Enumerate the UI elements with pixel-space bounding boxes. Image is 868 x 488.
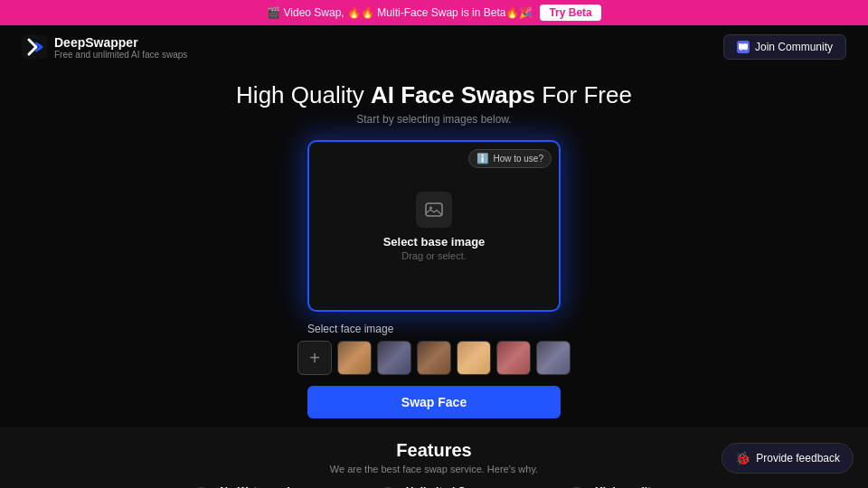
logo-title: DeepSwapper [54, 35, 187, 50]
how-to-use-label: How to use? [493, 154, 543, 164]
svg-rect-1 [426, 203, 442, 216]
add-face-button[interactable]: + [297, 341, 332, 375]
try-beta-button[interactable]: Try Beta [540, 5, 600, 21]
image-upload-icon [424, 200, 444, 220]
swap-btn-wrap: Swap Face [0, 380, 868, 427]
upload-wrapper: ℹ️ How to use? Select base image Drag or… [0, 135, 868, 319]
feedback-icon: 🐞 [735, 451, 750, 465]
hero-subtitle: Start by selecting images below. [0, 113, 868, 126]
svg-point-2 [429, 206, 432, 209]
navbar: DeepSwapper Free and unlimited AI face s… [0, 25, 868, 69]
hero-title-end: For Free [535, 81, 632, 108]
info-icon: ℹ️ [476, 153, 489, 164]
provide-feedback-button[interactable]: 🐞 Provide feedback [722, 443, 854, 474]
hero-title: High Quality AI Face Swaps For Free [0, 81, 868, 109]
face-section: Select face image + [0, 319, 868, 380]
upload-label: Select base image [383, 235, 486, 249]
discord-icon [737, 41, 750, 53]
logo-text: DeepSwapper Free and unlimited AI face s… [54, 35, 187, 60]
face-thumbnail-5[interactable] [496, 341, 531, 375]
face-section-label: Select face image [307, 323, 393, 335]
face-row: + [297, 341, 571, 375]
upload-box[interactable]: ℹ️ How to use? Select base image Drag or… [307, 140, 561, 312]
logo-subtitle: Free and unlimited AI face swaps [54, 50, 187, 60]
face-thumbnail-3[interactable] [417, 341, 451, 375]
face-thumbnail-4[interactable] [457, 341, 491, 375]
logo-icon [22, 34, 47, 60]
face-thumbnail-6[interactable] [536, 341, 571, 375]
top-banner: 🎬 Video Swap, 🔥🔥 Multi-Face Swap is in B… [0, 0, 868, 25]
logo-area: DeepSwapper Free and unlimited AI face s… [22, 34, 187, 60]
how-to-use-button[interactable]: ℹ️ How to use? [468, 149, 552, 168]
upload-hint: Drag or select. [401, 250, 467, 261]
face-thumbnail-1[interactable] [337, 341, 372, 375]
hero-title-start: High Quality [236, 81, 371, 108]
swap-face-button[interactable]: Swap Face [307, 386, 561, 418]
hero-section: High Quality AI Face Swaps For Free Star… [0, 69, 868, 135]
banner-text: 🎬 Video Swap, 🔥🔥 Multi-Face Swap is in B… [267, 6, 533, 19]
join-community-button[interactable]: Join Community [723, 34, 846, 60]
hero-title-bold: AI Face Swaps [371, 81, 535, 108]
face-thumbnail-2[interactable] [377, 341, 411, 375]
upload-icon-wrap [416, 192, 452, 228]
feedback-label: Provide feedback [756, 452, 840, 465]
join-community-label: Join Community [755, 41, 833, 53]
